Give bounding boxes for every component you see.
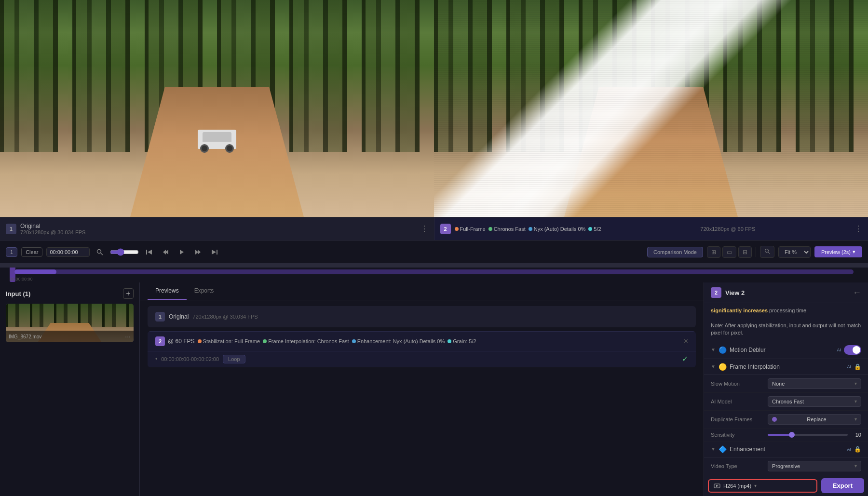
timeline-ruler bbox=[0, 264, 868, 268]
time-range: 00:00:00:00-00:00:02:00 bbox=[161, 356, 219, 362]
thumb-overlay: IMG_8672.mov ··· bbox=[6, 331, 134, 342]
left-label-bar: 1 Original 720x1280px @ 30.034 FPS ⋮ bbox=[0, 217, 434, 240]
input-panel-header: Input (1) + bbox=[6, 288, 134, 299]
row2-main: 2 @ 60 FPS Stabilization: Full-Frame Fra… bbox=[148, 332, 696, 351]
left-label: Original bbox=[20, 223, 85, 229]
svg-marker-10 bbox=[212, 250, 216, 255]
timeline-track[interactable] bbox=[14, 269, 854, 274]
preview-row-1-main: 1 Original 720x1280px @ 30.034 FPS bbox=[148, 306, 696, 327]
view-close-button[interactable]: ← bbox=[853, 288, 861, 298]
media-thumbnail[interactable]: IMG_8672.mov ··· bbox=[6, 304, 134, 342]
skip-to-end-button[interactable] bbox=[208, 247, 221, 257]
time-row: • 00:00:00:00-00:00:02:00 Loop ✓ bbox=[148, 351, 696, 367]
video-type-select[interactable]: Progressive ▾ bbox=[768, 461, 861, 471]
enhancement-arrow: ▼ bbox=[711, 446, 716, 452]
fit-select[interactable]: Fit % 50% 100% bbox=[778, 246, 811, 258]
view-header: 2 View 2 ← bbox=[704, 282, 868, 303]
warning-suffix: processing time. bbox=[769, 308, 808, 313]
video-format-icon bbox=[714, 483, 720, 489]
sensitivity-thumb[interactable] bbox=[789, 432, 795, 438]
comparison-mode-button[interactable]: Comparison Mode bbox=[647, 247, 703, 257]
frame-interp-lock: 🔒 bbox=[854, 363, 861, 370]
enh-text: Enhancement: Nyx (Auto) Details 0% bbox=[357, 338, 445, 344]
row2-tag-enh: Enhancement: Nyx (Auto) Details 0% bbox=[352, 338, 445, 344]
tab-exports[interactable]: Exports bbox=[187, 282, 222, 300]
duplicate-frames-row: Duplicate Frames Replace ▾ bbox=[704, 411, 868, 429]
jeep-wheel-left bbox=[200, 144, 209, 153]
frame-fwd-button[interactable] bbox=[192, 247, 204, 257]
zoom-slider[interactable] bbox=[110, 248, 139, 256]
sensitivity-fill bbox=[768, 434, 792, 436]
right-panel-menu[interactable]: ⋮ bbox=[854, 224, 862, 233]
left-panel-menu[interactable]: ⋮ bbox=[420, 224, 428, 233]
row2-close-button[interactable]: × bbox=[684, 337, 688, 346]
zoom-button[interactable] bbox=[94, 247, 106, 257]
sensitivity-slider-track[interactable] bbox=[768, 434, 848, 436]
motion-deblur-toggle[interactable] bbox=[844, 345, 861, 355]
video-type-value: Progressive bbox=[772, 463, 800, 469]
enhancement-section[interactable]: ▼ 🔷 Enhancement AI 🔒 bbox=[704, 442, 868, 457]
center-panel: Previews Exports 1 Original 720x1280px @… bbox=[140, 282, 704, 496]
tag-fullframe-dot bbox=[455, 227, 459, 231]
clear-button[interactable]: Clear bbox=[21, 247, 42, 257]
row2-tag-fi: Frame Interpolation: Chronos Fast bbox=[263, 338, 349, 344]
thumb-menu[interactable]: ··· bbox=[125, 333, 131, 340]
dup-frames-select[interactable]: Replace ▾ bbox=[768, 414, 861, 425]
enhancement-label: Enhancement bbox=[730, 446, 843, 453]
slow-motion-select[interactable]: None ▾ bbox=[768, 378, 861, 389]
stab-text: Stabilization: Full-Frame bbox=[203, 338, 260, 344]
loop-button[interactable]: Loop bbox=[223, 355, 245, 363]
frame-interp-label: Frame Interpolation bbox=[730, 363, 843, 370]
video-type-row: Video Type Progressive ▾ bbox=[704, 457, 868, 475]
ai-model-select[interactable]: Chronos Fast ▾ bbox=[768, 396, 861, 407]
enhancement-icon: 🔷 bbox=[719, 445, 727, 453]
zoom-fit-button[interactable] bbox=[760, 246, 774, 258]
ai-model-arrow: ▾ bbox=[854, 399, 857, 404]
slow-motion-value: None bbox=[772, 381, 785, 387]
frame-interp-section[interactable]: ▼ 🟡 Frame Interpolation AI 🔒 bbox=[704, 359, 868, 375]
tag-grain-text: 5/2 bbox=[594, 226, 601, 232]
right-video-scene bbox=[434, 0, 868, 217]
right-panel: 2 View 2 ← significantly increases proce… bbox=[704, 282, 868, 496]
tag-chronos: Chronos Fast bbox=[488, 226, 526, 232]
tab-previews[interactable]: Previews bbox=[148, 282, 187, 300]
motion-deblur-ai: AI bbox=[837, 348, 841, 352]
timeline-area: 00:00:00:00 bbox=[0, 263, 868, 282]
motion-deblur-section[interactable]: ▼ 🔵 Motion Deblur AI bbox=[704, 341, 868, 359]
frame-interp-icon: 🟡 bbox=[719, 363, 727, 371]
video-panel-right bbox=[434, 0, 868, 217]
format-arrow: ▾ bbox=[754, 483, 757, 488]
motion-deblur-label: Motion Deblur bbox=[730, 347, 833, 353]
svg-point-11 bbox=[765, 249, 768, 253]
format-selector[interactable]: H264 (mp4) ▾ bbox=[708, 479, 817, 493]
timecode-input[interactable] bbox=[46, 247, 90, 257]
row1-number: 1 bbox=[155, 312, 165, 322]
dup-frames-dot bbox=[772, 417, 777, 422]
zoom-fit-icon bbox=[764, 248, 770, 254]
warning-bold: significantly increases bbox=[711, 308, 768, 313]
svg-point-0 bbox=[97, 249, 101, 253]
motion-deblur-arrow: ▼ bbox=[711, 347, 716, 352]
video-type-arrow: ▾ bbox=[854, 463, 857, 469]
main-content: Input (1) + IMG_8672.mov ··· Previews Ex… bbox=[0, 282, 868, 496]
svg-line-12 bbox=[768, 252, 770, 254]
compare-view-button[interactable]: ⊟ bbox=[738, 246, 752, 258]
right-panel-number: 2 bbox=[440, 224, 451, 234]
svg-marker-3 bbox=[148, 250, 152, 255]
play-button[interactable] bbox=[176, 247, 188, 257]
format-text: H264 (mp4) bbox=[723, 483, 751, 489]
single-view-button[interactable]: ▭ bbox=[722, 246, 736, 258]
tag-chronos-text: Chronos Fast bbox=[494, 226, 526, 232]
grid-view-button[interactable]: ⊞ bbox=[707, 246, 720, 258]
thumb-filename: IMG_8672.mov bbox=[9, 334, 41, 339]
ai-model-row: AI Model Chronos Fast ▾ bbox=[704, 393, 868, 411]
preview-button[interactable]: Preview (2s) ▾ bbox=[814, 246, 862, 257]
tag-chronos-dot bbox=[488, 227, 492, 231]
row2-tags: Stabilization: Full-Frame Frame Interpol… bbox=[198, 338, 681, 344]
add-input-button[interactable]: + bbox=[123, 288, 134, 299]
export-button[interactable]: Export bbox=[821, 478, 864, 493]
frame-back-button[interactable] bbox=[159, 247, 172, 257]
video-type-label: Video Type bbox=[711, 463, 764, 469]
motion-deblur-icon: 🔵 bbox=[719, 346, 727, 354]
skip-to-start-button[interactable] bbox=[143, 247, 155, 257]
